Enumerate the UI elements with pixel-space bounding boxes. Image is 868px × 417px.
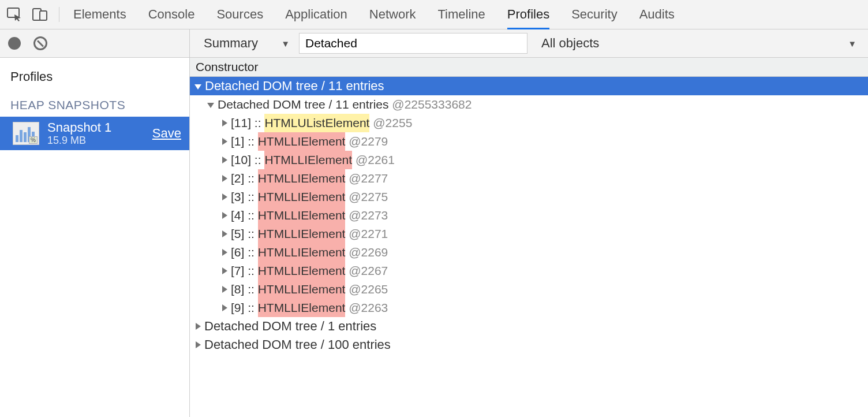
profiles-sidebar: Profiles HEAP SNAPSHOTS % Snapshot 1 15.… [0,29,190,417]
panel-tabs: ElementsConsoleSourcesApplicationNetwork… [68,0,675,29]
tab-elements[interactable]: Elements [73,0,126,29]
tree-row[interactable]: Detached DOM tree / 11 entries @22553336… [190,95,868,114]
scope-dropdown[interactable]: All objects ▼ [536,36,860,51]
clear-icon[interactable] [33,36,47,50]
disclosure-triangle-icon[interactable] [207,103,214,108]
toolbar-divider [59,7,59,22]
tree-row[interactable]: [5] :: HTMLLIElement @2271 [190,225,868,243]
tree-row[interactable]: Detached DOM tree / 1 entries [190,317,868,336]
tree-row[interactable]: [3] :: HTMLLIElement @2275 [190,188,868,206]
tree-row-selected[interactable]: Detached DOM tree / 11 entries [190,77,868,95]
tree-row-index: [11] :: [231,114,264,132]
tree-row[interactable]: [8] :: HTMLLIElement @2265 [190,280,868,299]
disclosure-triangle-icon[interactable] [222,212,227,219]
tree-row[interactable]: [11] :: HTMLUListElement @2255 [190,114,868,132]
tree-row-index: [2] :: [231,169,258,188]
tab-profiles[interactable]: Profiles [507,0,549,29]
inspect-element-icon[interactable] [6,6,23,23]
tree-row-label: Detached DOM tree / 11 entries [205,77,384,95]
tree-row-address: @2275 [349,188,388,206]
view-mode-dropdown[interactable]: Summary ▼ [198,36,295,51]
sidebar-title: Profiles [0,58,189,90]
tree-row-type: HTMLLIElement [258,299,346,317]
disclosure-triangle-icon[interactable] [222,138,227,145]
tree-row-type: HTMLLIElement [258,132,346,151]
tab-timeline[interactable]: Timeline [437,0,485,29]
chevron-down-icon: ▼ [848,39,856,49]
tab-application[interactable]: Application [285,0,347,29]
tree-row-address: @2279 [349,132,388,151]
constructor-tree: Detached DOM tree / 11 entries Detached … [190,77,868,354]
tab-security[interactable]: Security [571,0,617,29]
tree-row-index: [3] :: [231,188,258,206]
column-header-constructor[interactable]: Constructor [190,58,868,77]
disclosure-triangle-icon[interactable] [222,175,227,182]
tree-row-type: HTMLLIElement [258,206,346,225]
tree-row-address: @2265 [349,280,388,299]
tree-row-type: HTMLLIElement [258,280,346,299]
tree-row-type: HTMLLIElement [264,151,352,169]
disclosure-triangle-icon[interactable] [196,341,201,348]
tab-network[interactable]: Network [369,0,416,29]
disclosure-triangle-icon[interactable] [196,323,201,330]
disclosure-triangle-icon[interactable] [222,230,227,237]
tree-row-type: HTMLLIElement [258,188,346,206]
snapshot-text: Snapshot 1 15.9 MB [47,120,152,147]
tree-row-index: [8] :: [231,280,258,299]
tree-row-type: HTMLLIElement [258,169,346,188]
tree-row-label: Detached DOM tree / 100 entries [204,336,391,354]
main-panel: Summary ▼ All objects ▼ Constructor Deta… [190,29,868,417]
tree-row[interactable]: [10] :: HTMLLIElement @2261 [190,151,868,169]
sidebar-toolbar [0,29,189,58]
device-toolbar-icon[interactable] [31,6,48,23]
sidebar-section-heap: HEAP SNAPSHOTS [0,90,189,117]
view-mode-label: Summary [204,36,258,51]
snapshot-save-link[interactable]: Save [152,126,181,141]
tab-console[interactable]: Console [148,0,195,29]
tree-row[interactable]: [4] :: HTMLLIElement @2273 [190,206,868,225]
tree-row-address: @2269 [349,243,388,262]
tree-row-address: @2255 [373,114,412,132]
tree-row-index: [1] :: [231,132,258,151]
devtools-topbar: ElementsConsoleSourcesApplicationNetwork… [0,0,868,29]
tree-row-address: @2255333682 [392,95,472,114]
record-icon[interactable] [8,37,21,50]
tree-row-address: @2277 [349,169,388,188]
tree-row[interactable]: Detached DOM tree / 100 entries [190,336,868,354]
tree-row-type: HTMLLIElement [258,243,346,262]
tree-row-address: @2263 [349,299,388,317]
tree-row-address: @2271 [349,225,388,243]
tree-row-address: @2267 [349,262,388,280]
tree-row-label: Detached DOM tree / 11 entries [218,95,388,114]
tree-row[interactable]: [6] :: HTMLLIElement @2269 [190,243,868,262]
tab-audits[interactable]: Audits [639,0,675,29]
tree-row-address: @2261 [356,151,395,169]
tree-row[interactable]: [2] :: HTMLLIElement @2277 [190,169,868,188]
disclosure-triangle-icon[interactable] [222,193,227,200]
tab-sources[interactable]: Sources [216,0,263,29]
tree-row-address: @2273 [349,206,388,225]
tree-row-label: Detached DOM tree / 1 entries [204,317,376,336]
disclosure-triangle-icon[interactable] [222,249,227,256]
disclosure-triangle-icon[interactable] [194,84,201,90]
tree-row[interactable]: [7] :: HTMLLIElement @2267 [190,262,868,280]
snapshot-item[interactable]: % Snapshot 1 15.9 MB Save [0,117,189,150]
scope-label: All objects [541,36,599,51]
disclosure-triangle-icon[interactable] [222,157,227,163]
disclosure-triangle-icon[interactable] [222,120,227,126]
disclosure-triangle-icon[interactable] [222,304,227,311]
snapshot-size: 15.9 MB [47,135,152,147]
tree-row-index: [7] :: [231,262,258,280]
tree-row-type: HTMLLIElement [258,262,346,280]
tree-row-type: HTMLLIElement [258,225,346,243]
snapshot-icon: % [13,122,39,145]
disclosure-triangle-icon[interactable] [222,267,227,274]
svg-rect-0 [8,8,19,17]
disclosure-triangle-icon[interactable] [222,286,227,293]
tree-row-index: [9] :: [231,299,258,317]
tree-row[interactable]: [9] :: HTMLLIElement @2263 [190,299,868,317]
tree-row-index: [6] :: [231,243,258,262]
main-toolbar: Summary ▼ All objects ▼ [190,29,868,58]
class-filter-input[interactable] [299,33,527,54]
tree-row[interactable]: [1] :: HTMLLIElement @2279 [190,132,868,151]
